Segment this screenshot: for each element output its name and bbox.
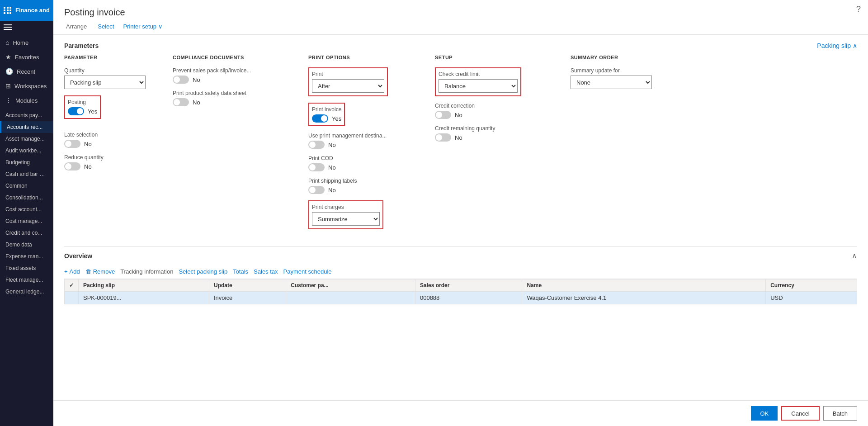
reduce-quantity-value: No (84, 163, 92, 170)
print-select[interactable]: After Before None (312, 79, 384, 93)
print-safety-field: Print product safety data sheet No (173, 90, 301, 106)
printer-setup-dropdown[interactable]: Printer setup ∨ (123, 23, 163, 30)
print-shipping-toggle[interactable] (308, 186, 325, 194)
overview-collapse-icon[interactable]: ∧ (852, 251, 857, 260)
print-safety-toggle[interactable] (173, 98, 189, 106)
sidebar-item-accounts-pay[interactable]: Accounts pay... (0, 109, 53, 121)
table-row[interactable]: SPK-000019... Invoice 000888 Waqas-Custo… (65, 292, 857, 304)
overview-toolbar: + Add 🗑 Remove Tracking information Sele… (64, 265, 857, 279)
batch-button[interactable]: Batch (823, 406, 857, 421)
print-safety-label: Print product safety data sheet (173, 90, 301, 96)
late-selection-toggle[interactable] (64, 140, 80, 148)
use-print-mgmt-toggle[interactable] (308, 141, 325, 149)
sidebar-item-demo-data[interactable]: Demo data (0, 239, 53, 251)
row-checkbox[interactable] (65, 292, 79, 304)
sidebar-item-general-ledge[interactable]: General ledge... (0, 286, 53, 298)
hamburger-menu[interactable] (0, 21, 53, 33)
reduce-quantity-label: Reduce quantity (64, 154, 165, 161)
check-credit-label: Check credit limit (439, 71, 518, 77)
print-charges-select[interactable]: Summarize Itemize None (312, 212, 380, 226)
sidebar-item-home[interactable]: ⌂ Home (0, 35, 53, 50)
sidebar-item-cash-bar[interactable]: Cash and bar management (0, 168, 53, 180)
currency-col-header: Currency (766, 279, 857, 292)
sidebar-item-label: Favorites (15, 54, 39, 61)
sidebar: Finance and ⌂ Home ★ Favorites 🕐 Recent … (0, 0, 53, 426)
prevent-toggle-row: No (173, 76, 301, 84)
sidebar-item-accounts-rec[interactable]: Accounts rec... (0, 121, 53, 133)
help-icon[interactable]: ? (856, 5, 861, 14)
posting-toggle[interactable] (68, 107, 84, 115)
use-print-mgmt-label: Use print management destina... (308, 133, 428, 139)
check-credit-select[interactable]: Balance None Balance + Amount (439, 79, 518, 93)
credit-remaining-toggle[interactable] (435, 133, 451, 142)
print-label: Print (312, 71, 384, 77)
sidebar-item-recent[interactable]: 🕐 Recent (0, 64, 53, 79)
quantity-label: Quantity (64, 67, 165, 74)
sidebar-nav: ⌂ Home ★ Favorites 🕐 Recent ⊞ Workspaces… (0, 33, 53, 109)
select-packing-slip-button[interactable]: Select packing slip (179, 268, 227, 275)
sidebar-item-asset-manage[interactable]: Asset manage... (0, 133, 53, 145)
currency-cell[interactable]: USD (766, 292, 857, 304)
sidebar-item-expense-man[interactable]: Expense man... (0, 251, 53, 262)
sidebar-item-cost-account[interactable]: Cost account... (0, 204, 53, 215)
print-cod-toggle[interactable] (308, 163, 325, 171)
sidebar-item-audit-workbe[interactable]: Audit workbe... (0, 145, 53, 156)
add-button[interactable]: + Add (64, 268, 80, 275)
credit-remaining-field: Credit remaining quantity No (435, 125, 563, 142)
favorites-icon: ★ (5, 53, 11, 61)
sidebar-item-consolidation[interactable]: Consolidation... (0, 192, 53, 204)
overview-table: ✓ Packing slip Update Customer pa... Sal… (64, 279, 857, 304)
modules-icon: ⋮ (5, 97, 12, 104)
print-charges-label: Print charges (312, 204, 380, 210)
sidebar-item-modules[interactable]: ⋮ Modules (0, 93, 53, 108)
use-print-mgmt-value: No (328, 142, 336, 148)
credit-remaining-label: Credit remaining quantity (435, 125, 563, 132)
prevent-field: Prevent sales pack slip/invoice... No (173, 67, 301, 84)
totals-button[interactable]: Totals (233, 268, 248, 275)
name-cell: Waqas-Customer Exercise 4.1 (522, 292, 766, 304)
sidebar-item-fixed-assets[interactable]: Fixed assets (0, 262, 53, 274)
customer-pa-col-header: Customer pa... (286, 279, 415, 292)
print-safety-toggle-row: No (173, 98, 301, 106)
sidebar-item-workspaces[interactable]: ⊞ Workspaces (0, 79, 53, 93)
remove-button[interactable]: 🗑 Remove (85, 268, 115, 275)
sidebar-item-budgeting[interactable]: Budgeting (0, 156, 53, 168)
name-col-header: Name (522, 279, 766, 292)
parameter-column: PARAMETER Quantity Packing slip Invoice … (64, 55, 173, 236)
cancel-button[interactable]: Cancel (781, 406, 819, 421)
sidebar-item-fleet-manage[interactable]: Fleet manage... (0, 274, 53, 286)
use-print-mgmt-toggle-row: No (308, 141, 428, 149)
reduce-quantity-toggle-row: No (64, 162, 165, 170)
sales-order-cell[interactable]: 000888 (415, 292, 522, 304)
sidebar-item-favorites[interactable]: ★ Favorites (0, 50, 53, 64)
late-selection-label: Late selection (64, 132, 165, 138)
print-invoice-label: Print invoice (312, 106, 341, 113)
overview-header: Overview ∧ (64, 247, 857, 265)
print-cod-toggle-row: No (308, 163, 428, 171)
sidebar-item-common[interactable]: Common (0, 180, 53, 192)
grid-icon[interactable] (4, 7, 12, 14)
packing-slip-label[interactable]: Packing slip ∧ (817, 42, 857, 49)
sidebar-item-cost-manage[interactable]: Cost manage... (0, 215, 53, 227)
sidebar-item-label: Home (13, 39, 28, 46)
parameters-grid: PARAMETER Quantity Packing slip Invoice … (64, 55, 857, 236)
print-invoice-toggle[interactable] (312, 114, 328, 123)
prevent-value: No (193, 76, 200, 83)
select-button[interactable]: Select (96, 22, 116, 31)
payment-schedule-button[interactable]: Payment schedule (283, 268, 332, 275)
sales-tax-button[interactable]: Sales tax (254, 268, 278, 275)
print-invoice-toggle-row: Yes (312, 114, 341, 123)
summary-update-select[interactable]: None Invoice account Order (571, 76, 652, 89)
credit-correction-toggle[interactable] (435, 111, 451, 119)
posting-toggle-row: Yes (68, 107, 97, 115)
quantity-select[interactable]: Packing slip Invoice All (64, 76, 146, 89)
credit-correction-field: Credit correction No (435, 103, 563, 119)
arrange-button[interactable]: Arrange (64, 22, 89, 31)
summary-order-header: SUMMARY ORDER (571, 55, 681, 62)
ok-button[interactable]: OK (751, 406, 778, 421)
prevent-toggle[interactable] (173, 76, 189, 84)
reduce-quantity-toggle[interactable] (64, 162, 80, 170)
plus-icon: + (64, 268, 68, 275)
sidebar-item-credit-co[interactable]: Credit and co... (0, 227, 53, 239)
posting-value: Yes (88, 108, 97, 115)
